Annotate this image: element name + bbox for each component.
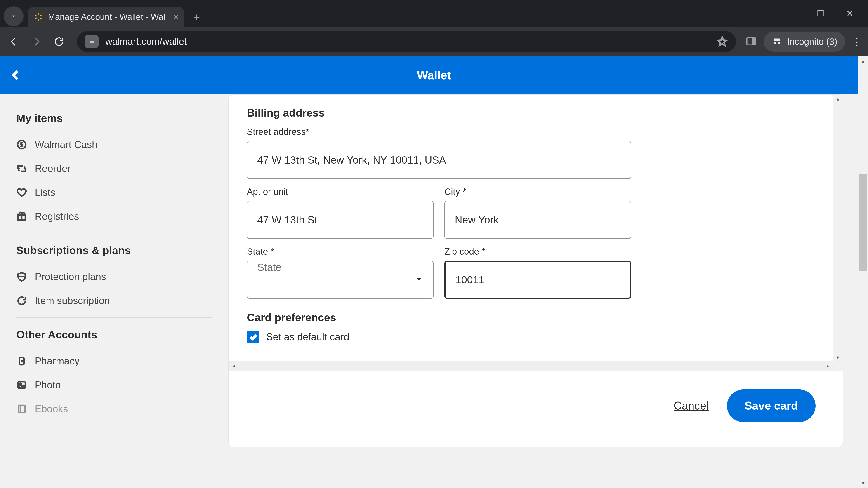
page-back-button[interactable] [9, 68, 23, 82]
scroll-down-icon[interactable]: ▾ [833, 353, 843, 361]
new-tab-button[interactable]: + [188, 9, 205, 25]
incognito-label: Incognito (3) [787, 37, 837, 47]
pharmacy-icon [16, 356, 27, 366]
browser-toolbar: walmart.com/wallet Incognito (3) ⋮ [0, 27, 868, 56]
state-select[interactable]: State [247, 261, 434, 299]
sidebar-item-registries[interactable]: Registries [16, 204, 212, 228]
save-card-button[interactable]: Save card [727, 390, 815, 422]
page-header: Wallet [0, 56, 868, 94]
tab-title: Manage Account - Wallet - Wal [48, 12, 165, 22]
scroll-up-icon[interactable]: ▴ [833, 95, 843, 103]
sidebar-section-subscriptions: Subscriptions & plans [16, 244, 212, 257]
sidebar-item-item-subscription[interactable]: Item subscription [16, 289, 212, 313]
photo-icon [16, 380, 27, 390]
default-card-checkbox[interactable] [247, 330, 259, 343]
window-minimize-icon[interactable]: ― [784, 9, 798, 19]
browser-tab-active[interactable]: Manage Account - Wallet - Wal × [28, 7, 184, 27]
incognito-indicator[interactable]: Incognito (3) [764, 32, 845, 52]
site-info-icon[interactable] [85, 35, 98, 48]
bookmark-star-icon[interactable] [717, 36, 728, 47]
window-close-icon[interactable]: ✕ [843, 8, 857, 19]
sidebar-item-pharmacy[interactable]: Pharmacy [16, 349, 212, 373]
sidebar-item-lists[interactable]: Lists [16, 181, 212, 204]
sidebar-item-ebooks[interactable]: Ebooks [16, 397, 212, 421]
account-sidebar: My items Walmart Cash Reorder Lists Regi… [0, 94, 228, 488]
heart-icon [16, 187, 27, 198]
street-address-label: Street address* [247, 127, 825, 137]
billing-address-heading: Billing address [247, 107, 825, 119]
svg-rect-4 [35, 15, 37, 17]
browser-menu-icon[interactable]: ⋮ [851, 36, 863, 47]
dollar-circle-icon [16, 139, 27, 150]
state-label: State * [247, 247, 434, 257]
street-address-input[interactable] [247, 141, 631, 179]
city-label: City * [444, 187, 631, 197]
svg-rect-5 [39, 18, 42, 19]
form-horizontal-scrollbar[interactable]: ◂ ▸ [229, 361, 833, 370]
zip-input[interactable] [444, 261, 631, 299]
sidebar-item-reorder[interactable]: Reorder [16, 157, 212, 181]
sidebar-item-photo[interactable]: Photo [16, 373, 212, 397]
form-vertical-scrollbar[interactable]: ▴ ▾ [833, 95, 843, 370]
tab-close-icon[interactable]: × [168, 12, 179, 22]
tab-search-button[interactable] [4, 6, 24, 26]
card-preferences-heading: Card preferences [247, 311, 825, 324]
url-text: walmart.com/wallet [105, 36, 187, 47]
refresh-icon [16, 295, 27, 306]
shield-icon [16, 271, 27, 282]
tab-strip: Manage Account - Wallet - Wal × + ― ☐ ✕ [0, 5, 868, 27]
default-card-label: Set as default card [266, 331, 349, 343]
svg-rect-0 [38, 13, 39, 15]
svg-rect-7 [752, 37, 755, 45]
reorder-icon [16, 163, 27, 174]
sidebar-section-other-accounts: Other Accounts [16, 328, 212, 341]
sidebar-section-my-items: My items [16, 112, 212, 125]
svg-rect-13 [19, 405, 25, 413]
payment-card-form: Billing address Street address* Apt or u… [228, 94, 843, 447]
cancel-link[interactable]: Cancel [674, 399, 709, 412]
city-input[interactable] [444, 201, 631, 239]
page-title: Wallet [417, 68, 451, 82]
page-vertical-scrollbar[interactable]: ▴ ▾ [858, 56, 868, 488]
nav-forward-button[interactable] [28, 33, 45, 50]
address-bar[interactable]: walmart.com/wallet [77, 31, 736, 52]
svg-rect-1 [38, 19, 39, 21]
window-controls: ― ☐ ✕ [784, 0, 868, 27]
apt-label: Apt or unit [247, 187, 434, 197]
svg-rect-2 [39, 15, 42, 17]
page-scroll-down-icon[interactable]: ▾ [858, 478, 868, 488]
nav-back-button[interactable] [5, 33, 22, 50]
nav-reload-button[interactable] [51, 33, 67, 50]
page-scroll-up-icon[interactable]: ▴ [858, 56, 868, 66]
walmart-favicon [33, 12, 43, 22]
sidebar-item-protection-plans[interactable]: Protection plans [16, 265, 212, 289]
chevron-down-icon [414, 275, 424, 285]
zip-label: Zip code * [444, 247, 631, 257]
gift-icon [16, 211, 27, 222]
side-panel-icon[interactable] [745, 35, 758, 48]
scroll-left-icon[interactable]: ◂ [229, 361, 239, 370]
page-scroll-thumb[interactable] [859, 173, 867, 271]
apt-input[interactable] [247, 201, 434, 239]
ebooks-icon [16, 403, 27, 414]
window-maximize-icon[interactable]: ☐ [814, 8, 827, 19]
sidebar-item-walmart-cash[interactable]: Walmart Cash [16, 133, 212, 157]
scroll-right-icon[interactable]: ▸ [823, 361, 833, 370]
svg-rect-3 [35, 18, 37, 19]
